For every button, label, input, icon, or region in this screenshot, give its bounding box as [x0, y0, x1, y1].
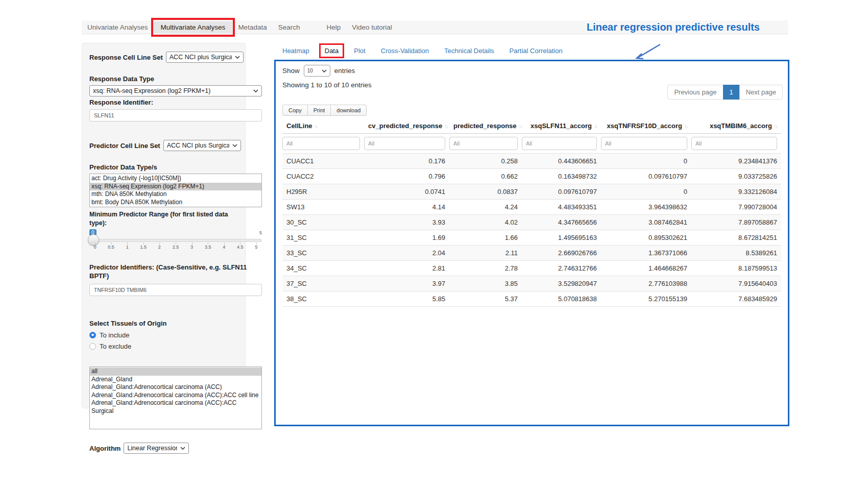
tissue-option[interactable]: Adrenal_Gland:Adrenocortical carcinoma (…	[90, 383, 261, 392]
tissue-option[interactable]: Adrenal_Gland:Adrenocortical carcinoma (…	[90, 399, 261, 415]
tissue-include-radio[interactable]: To include	[89, 331, 238, 339]
radio-selected-icon	[89, 332, 96, 338]
download-button[interactable]: download	[330, 105, 367, 116]
column-header-predicted-response[interactable]: predicted_response↑↓	[449, 119, 522, 134]
tab-plot[interactable]: Plot	[354, 47, 365, 55]
cell-value: 2.746312766	[522, 261, 601, 276]
cell-value: 0.443606651	[522, 154, 601, 169]
cell-value: 4.483493351	[522, 200, 601, 215]
next-page-button[interactable]: Next page	[739, 85, 783, 100]
show-entries-control: Show 10 entries	[282, 65, 355, 77]
sort-arrows-icon: ↑↓	[444, 124, 447, 129]
page-size-select[interactable]: 10	[304, 65, 330, 77]
cell-value: 4.02	[449, 215, 522, 230]
slider-track[interactable]	[89, 239, 262, 242]
filter-input-cv-predicted-response[interactable]	[364, 137, 445, 150]
tab-partial-correlation[interactable]: Partial Correlation	[510, 47, 563, 55]
filter-input-xsqtmbim6-accorg[interactable]	[691, 137, 777, 150]
nav-item-help[interactable]: Help	[321, 21, 346, 33]
tab-data[interactable]: Data	[325, 47, 339, 55]
cell-value: 0.097610797	[601, 169, 691, 184]
response-cell-line-set-label: Response Cell Line Set	[89, 53, 163, 62]
page-number-button[interactable]: 1	[723, 85, 740, 100]
predictor-data-type-option[interactable]: bmt: Body DNA 850K Methylation	[90, 199, 261, 207]
cell-value: 9.332126084	[691, 184, 781, 200]
table-row: SW13 4.14 4.24 4.483493351 3.964398632 7…	[282, 200, 781, 215]
cell-value: 0.258	[449, 154, 522, 169]
cell-value: 8.187599513	[691, 261, 781, 276]
response-cell-line-set-value: ACC NCI plus Surgical	[170, 54, 232, 61]
column-header-xsqtnfrsf10d-accorg[interactable]: xsqTNFRSF10D_accorg↑↓	[601, 119, 691, 134]
column-header-xsqslfn11-accorg[interactable]: xsqSLFN11_accorg↑↓	[522, 119, 601, 134]
column-label: xsqTNFRSF10D_accorg	[607, 122, 682, 130]
predictor-identifiers-input[interactable]	[89, 284, 262, 296]
tick-label: 4	[220, 245, 229, 250]
tab-data-label: Data	[325, 47, 339, 55]
nav-item-video-tutorial[interactable]: Video tutorial	[346, 21, 398, 33]
previous-page-button[interactable]: Previous page	[667, 85, 723, 100]
tissue-option-selected[interactable]: all	[90, 368, 261, 376]
table-row: CUACC2 0.796 0.662 0.163498732 0.0976107…	[282, 169, 781, 184]
tissue-of-origin-label: Select Tissue/s of Origin	[89, 319, 238, 328]
predictor-data-type-option-selected[interactable]: xsq: RNA-seq Expression (log2 FPKM+1)	[90, 183, 261, 191]
response-identifier-input[interactable]	[89, 109, 262, 121]
cell-value: 9.234841376	[691, 154, 781, 169]
response-cell-line-set-select[interactable]: ACC NCI plus Surgical	[166, 52, 244, 63]
column-header-cellline[interactable]: CellLine↑↓	[282, 119, 364, 134]
filter-input-predicted-response[interactable]	[449, 137, 518, 150]
cell-value: 3.529820947	[522, 276, 601, 291]
tick-label: 3	[187, 245, 197, 250]
cell-cellline: CUACC2	[282, 169, 364, 184]
top-navigation: Univariate Analyses Multivariate Analyse…	[82, 20, 788, 34]
cell-value: 7.683485929	[691, 291, 781, 307]
cell-value: 8.672814251	[691, 230, 781, 246]
filter-input-cellline[interactable]	[282, 137, 360, 150]
tick-label: 2	[155, 245, 164, 250]
cell-value: 0	[601, 154, 691, 169]
cell-value: 4.24	[449, 200, 522, 215]
table-row: 30_SC 3.93 4.02 4.347665656 3.087462841 …	[282, 215, 781, 230]
tissue-option[interactable]: Adrenal_Gland:Adrenocortical carcinoma (…	[90, 392, 261, 400]
cell-value: 7.915640403	[691, 276, 781, 291]
cell-cellline: 31_SC	[282, 230, 364, 246]
tick-label: 1	[123, 245, 132, 250]
predictor-cell-line-set-value: ACC NCI plus Surgical	[167, 142, 229, 149]
tab-technical-details[interactable]: Technical Details	[444, 47, 494, 55]
predictor-data-type-option[interactable]: mth: DNA 850K Methylation	[90, 190, 261, 199]
tab-heatmap[interactable]: Heatmap	[282, 47, 309, 55]
print-button[interactable]: Print	[307, 105, 331, 116]
algorithm-select[interactable]: Linear Regression	[124, 443, 189, 454]
cell-value: 5.37	[449, 291, 522, 307]
nav-item-metadata[interactable]: Metadata	[232, 21, 272, 33]
filter-input-xsqslfn11-accorg[interactable]	[522, 137, 597, 150]
cell-value: 8.5389261	[691, 246, 781, 261]
column-header-cv-predicted-response[interactable]: cv_predicted_response↑↓	[364, 119, 449, 134]
cell-value: 2.669026766	[522, 246, 601, 261]
table-row: H295R 0.0741 0.0837 0.097610797 0 9.3321…	[282, 184, 781, 200]
tab-cross-validation[interactable]: Cross-Validation	[381, 47, 429, 55]
entries-label: entries	[334, 67, 355, 75]
tissue-listbox: all Adrenal_Gland Adrenal_Gland:Adrenoco…	[89, 367, 262, 429]
predictor-cell-line-set-select[interactable]: ACC NCI plus Surgical	[163, 140, 241, 151]
nav-item-search[interactable]: Search	[273, 21, 306, 33]
nav-item-multivariate-analyses[interactable]: Multivariate Analyses	[154, 21, 233, 33]
tissue-option[interactable]: Adrenal_Gland	[90, 376, 261, 384]
tick-label: 4.5	[235, 245, 245, 250]
analysis-settings-sidebar: Response Cell Line Set ACC NCI plus Surg…	[82, 43, 246, 408]
slider-handle[interactable]	[88, 234, 99, 246]
cell-cellline: SW13	[282, 200, 364, 215]
tick-label: 0.5	[107, 245, 116, 250]
response-data-type-label: Response Data Type	[89, 75, 238, 83]
copy-button[interactable]: Copy	[282, 105, 308, 116]
response-data-type-select[interactable]: xsq: RNA-seq Expression (log2 FPKM+1)	[89, 85, 262, 96]
cell-cellline: 30_SC	[282, 215, 364, 230]
cell-value: 2.776103988	[601, 276, 691, 291]
predictor-data-type-option[interactable]: act: Drug Activity (-log10[IC50M])	[90, 175, 261, 183]
filter-input-xsqtnfrsf10d-accorg[interactable]	[601, 137, 687, 150]
nav-item-univariate-analyses[interactable]: Univariate Analyses	[82, 21, 154, 33]
tick-label: 5	[252, 245, 261, 250]
tissue-exclude-radio[interactable]: To exclude	[89, 343, 238, 350]
cell-cellline: CUACC1	[282, 154, 364, 169]
cell-value: 0	[601, 184, 691, 200]
column-header-xsqtmbim6-accorg[interactable]: xsqTMBIM6_accorg↑↓	[691, 119, 781, 134]
